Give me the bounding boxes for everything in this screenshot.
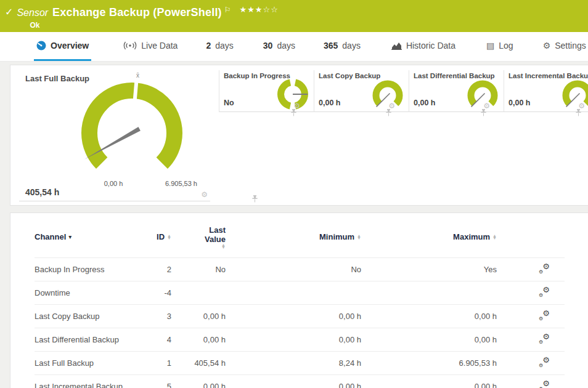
col-header-channel[interactable]: Channel▾ bbox=[35, 222, 127, 257]
channel-id: 4 bbox=[127, 328, 171, 351]
sort-icon: ▲▼ bbox=[357, 235, 361, 240]
channel-last-value: 0,00 h bbox=[171, 374, 226, 388]
tab-live-data[interactable]: Live Data bbox=[121, 32, 180, 61]
channel-maximum: 0,00 h bbox=[361, 328, 497, 351]
channel-minimum: 8,24 h bbox=[226, 351, 361, 374]
priority-stars[interactable]: ★★★☆☆ bbox=[240, 5, 279, 14]
channel-minimum: 0,00 h bbox=[226, 374, 361, 388]
gauge-value: 0,00 h bbox=[508, 99, 530, 107]
channel-minimum: No bbox=[226, 257, 361, 281]
channel-table-panel: Channel▾ ID▲▼ Last Value▲▼ Minimum▲▼ Max… bbox=[10, 212, 588, 388]
channel-settings-icon[interactable]: ⚙⚙ bbox=[539, 334, 550, 344]
gauge-settings-gear-icon[interactable]: ⚙ bbox=[201, 191, 208, 198]
channel-id: 1 bbox=[127, 351, 171, 374]
channel-minimum: 0,00 h bbox=[226, 328, 361, 351]
tab-bar: Overview Live Data 2 days 30 days 365 da… bbox=[0, 32, 588, 62]
gauge-tile-backup-in-progress[interactable]: Backup In Progress No ⚙ bbox=[219, 70, 314, 112]
tab-historic-data[interactable]: Historic Data bbox=[389, 32, 458, 61]
channel-last-value: 0,00 h bbox=[171, 328, 226, 351]
gauge-scale-max: 6.905,53 h bbox=[153, 180, 209, 187]
tab-label: days bbox=[215, 41, 234, 51]
object-kind-label: Sensor bbox=[17, 7, 48, 18]
last-differential-backup-gauge bbox=[465, 77, 500, 111]
tab-label: Historic Data bbox=[406, 41, 455, 51]
channel-maximum: 0,00 h bbox=[361, 304, 497, 328]
pin-icon[interactable] bbox=[252, 195, 258, 203]
pin-icon[interactable] bbox=[386, 109, 391, 116]
channel-last-value: No bbox=[171, 257, 226, 281]
table-row[interactable]: Downtime -4 ⚙⚙ bbox=[35, 281, 565, 304]
log-icon: ▤ bbox=[486, 41, 494, 51]
channel-maximum: 6.905,53 h bbox=[361, 351, 497, 374]
last-copy-backup-gauge bbox=[370, 77, 405, 111]
table-row[interactable]: Backup In Progress 2 No No Yes ⚙⚙ bbox=[35, 257, 565, 281]
tab-label: Log bbox=[499, 41, 513, 51]
tab-label: days bbox=[342, 41, 361, 51]
gauge-tile-last-differential-backup[interactable]: Last Differential Backup 0,00 h ⚙ bbox=[409, 70, 504, 112]
channel-settings-icon[interactable]: ⚙⚙ bbox=[539, 381, 550, 388]
gauge-value: 405,54 h bbox=[25, 187, 59, 197]
channel-minimum bbox=[226, 281, 361, 304]
sensor-status: Ok bbox=[30, 21, 278, 30]
channel-maximum: 0,00 h bbox=[361, 374, 497, 388]
small-gauge-row: Backup In Progress No ⚙ Last Copy Backup bbox=[219, 70, 588, 112]
tab-label: Live Data bbox=[141, 41, 178, 51]
gauge-tile-last-full-backup[interactable]: Last Full Backup x̄ 0,00 h 6.905,53 h 40… bbox=[19, 70, 210, 201]
overview-gauges-panel: Last Full Backup x̄ 0,00 h 6.905,53 h 40… bbox=[10, 65, 588, 206]
col-header-maximum[interactable]: Maximum▲▼ bbox=[361, 222, 497, 257]
pin-icon[interactable] bbox=[481, 109, 486, 116]
col-header-minimum[interactable]: Minimum▲▼ bbox=[226, 222, 361, 257]
channel-name[interactable]: Last Incremental Backup bbox=[35, 374, 127, 388]
sort-icon: ▲▼ bbox=[492, 235, 497, 240]
gauge-tile-last-incremental-backup[interactable]: Last Incremental Backup 0,00 h ⚙ bbox=[504, 70, 588, 112]
pin-icon[interactable] bbox=[291, 109, 296, 116]
sort-icon: ▲▼ bbox=[167, 235, 171, 240]
status-check-icon: ✓ bbox=[5, 6, 13, 18]
sort-icon: ▲▼ bbox=[221, 244, 226, 249]
channel-last-value: 405,54 h bbox=[171, 351, 226, 374]
table-row[interactable]: Last Copy Backup 3 0,00 h 0,00 h 0,00 h … bbox=[35, 304, 565, 328]
channel-name[interactable]: Downtime bbox=[35, 281, 127, 304]
tab-overview[interactable]: Overview bbox=[34, 32, 91, 61]
tab-365-days[interactable]: 365 days bbox=[321, 32, 363, 61]
gauge-value: 0,00 h bbox=[319, 99, 340, 107]
tab-log[interactable]: ▤ Log bbox=[484, 32, 516, 61]
channel-name[interactable]: Last Full Backup bbox=[35, 351, 127, 374]
table-row[interactable]: Last Full Backup 1 405,54 h 8,24 h 6.905… bbox=[35, 351, 565, 374]
gauge-tile-last-copy-backup[interactable]: Last Copy Backup 0,00 h ⚙ bbox=[314, 70, 409, 112]
tab-label: Settings bbox=[555, 41, 586, 51]
sensor-title[interactable]: Exchange Backup (PowerShell) bbox=[52, 6, 222, 18]
historic-chart-icon bbox=[391, 42, 402, 50]
col-header-last-value[interactable]: Last Value▲▼ bbox=[171, 222, 226, 257]
channel-settings-icon[interactable]: ⚙⚙ bbox=[539, 264, 550, 273]
gauge-value: No bbox=[224, 99, 234, 107]
last-full-backup-gauge bbox=[70, 75, 200, 195]
flag-icon[interactable]: ⚐ bbox=[224, 6, 231, 14]
channel-name[interactable]: Last Copy Backup bbox=[35, 304, 127, 328]
col-header-actions bbox=[497, 222, 565, 257]
channel-minimum: 0,00 h bbox=[226, 304, 361, 328]
channel-name[interactable]: Last Differential Backup bbox=[35, 328, 127, 351]
channel-id: 5 bbox=[127, 374, 171, 388]
table-row[interactable]: Last Incremental Backup 5 0,00 h 0,00 h … bbox=[35, 374, 565, 388]
col-header-id[interactable]: ID▲▼ bbox=[127, 222, 171, 257]
tab-settings[interactable]: ⚙ Settings bbox=[541, 32, 588, 61]
channel-name[interactable]: Backup In Progress bbox=[35, 257, 127, 281]
channel-id: 3 bbox=[127, 304, 171, 328]
channel-settings-icon[interactable]: ⚙⚙ bbox=[539, 310, 550, 320]
channel-settings-icon[interactable]: ⚙⚙ bbox=[539, 287, 550, 297]
channel-maximum: Yes bbox=[361, 257, 497, 281]
tab-30-days[interactable]: 30 days bbox=[261, 32, 298, 61]
gauge-value: 0,00 h bbox=[414, 99, 435, 107]
pin-icon[interactable] bbox=[576, 109, 581, 116]
channel-id: 2 bbox=[127, 257, 171, 281]
backup-in-progress-gauge bbox=[276, 77, 310, 111]
gauge-scale-min: 0,00 h bbox=[86, 180, 141, 187]
channel-table: Channel▾ ID▲▼ Last Value▲▼ Minimum▲▼ Max… bbox=[35, 222, 565, 388]
sorted-caret-icon: ▾ bbox=[68, 233, 71, 240]
gauge-icon bbox=[36, 41, 46, 51]
table-row[interactable]: Last Differential Backup 4 0,00 h 0,00 h… bbox=[35, 328, 565, 351]
channel-settings-icon[interactable]: ⚙⚙ bbox=[539, 357, 550, 367]
tab-2-days[interactable]: 2 days bbox=[203, 32, 235, 61]
gear-icon: ⚙ bbox=[543, 41, 551, 51]
